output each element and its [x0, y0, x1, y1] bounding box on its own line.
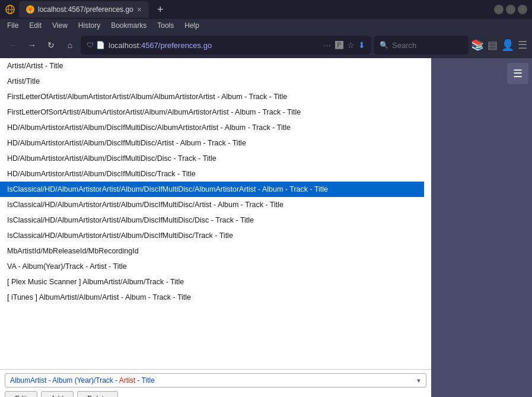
- window-controls: — □ ✕: [494, 5, 527, 14]
- menu-help[interactable]: Help: [180, 20, 204, 31]
- tab-favicon: 🦊: [26, 5, 34, 14]
- dropdown-row: AlbumArtist - Album (Year)/Track - Artis…: [5, 373, 426, 388]
- address-bar[interactable]: 🛡 📄 localhost:4567/preferences.go ··· 🅿 …: [81, 36, 371, 55]
- new-tab-button[interactable]: +: [152, 4, 168, 16]
- browser-icon: [5, 4, 15, 15]
- preferences-panel: Artist/Artist - TitleArtist/TitleFirstLe…: [0, 58, 431, 397]
- nav-bar: ← → ↻ ⌂ 🛡 📄 localhost:4567/preferences.g…: [0, 32, 532, 58]
- download-icon[interactable]: ⬇: [358, 40, 365, 50]
- reload-button[interactable]: ↻: [43, 37, 59, 53]
- list-item[interactable]: HD/AlbumArtistorArtist/Album/DiscIfMulti…: [0, 151, 424, 166]
- menu-bar: File Edit View History Bookmarks Tools H…: [0, 19, 532, 32]
- list-item[interactable]: FirstLetterOfSortArtist/AlbumArtistorArt…: [0, 104, 424, 120]
- more-button[interactable]: ···: [323, 40, 332, 50]
- dropdown-wrapper: AlbumArtist - Album (Year)/Track - Artis…: [5, 373, 426, 388]
- list-item[interactable]: IsClassical/HD/AlbumArtistorArtist/Album…: [0, 182, 424, 197]
- search-bar[interactable]: 🔍: [374, 36, 469, 55]
- main-content: Artist/Artist - TitleArtist/TitleFirstLe…: [0, 58, 532, 397]
- add-button[interactable]: Add: [41, 391, 74, 397]
- forward-button[interactable]: →: [24, 37, 40, 53]
- hamburger-button[interactable]: ☰: [507, 63, 528, 84]
- list-item[interactable]: HD/AlbumArtistorArtist/Album/DiscIfMulti…: [0, 166, 424, 182]
- tab-close-button[interactable]: ×: [137, 5, 142, 14]
- maximize-button[interactable]: □: [506, 5, 515, 14]
- tab-title: localhost:4567/preferences.go: [38, 5, 133, 14]
- pocket-icon[interactable]: 🅿: [335, 40, 343, 50]
- home-button[interactable]: ⌂: [62, 37, 78, 53]
- page-icon: 📄: [96, 41, 105, 49]
- menu-edit[interactable]: Edit: [24, 20, 46, 31]
- pattern-dropdown[interactable]: AlbumArtist - Album (Year)/Track - Artis…: [5, 373, 426, 388]
- list-item[interactable]: [ Plex Music Scanner ] AlbumArtist/Album…: [0, 274, 424, 290]
- menu-history[interactable]: History: [74, 20, 105, 31]
- minimize-button[interactable]: —: [494, 5, 504, 14]
- right-panel: ☰: [431, 58, 532, 397]
- menu-icon[interactable]: ☰: [518, 39, 527, 52]
- list-item[interactable]: HD/AlbumArtistorArtist/Album/DiscIfMulti…: [0, 120, 424, 135]
- menu-file[interactable]: File: [2, 20, 23, 31]
- bookmark-icon[interactable]: ☆: [347, 40, 355, 50]
- nav-right-icons: 📚 ▤ 👤 ☰: [471, 39, 527, 52]
- library-icon[interactable]: 📚: [471, 39, 484, 52]
- button-row: Edit Add Delete: [5, 391, 426, 397]
- list-item[interactable]: Artist/Title: [0, 74, 424, 89]
- list-item[interactable]: HD/AlbumArtistorArtist/Album/DiscIfMulti…: [0, 135, 424, 151]
- back-button[interactable]: ←: [5, 37, 21, 53]
- menu-tools[interactable]: Tools: [152, 20, 179, 31]
- list-item[interactable]: FirstLetterOfArtist/AlbumArtistorArtist/…: [0, 89, 424, 104]
- file-pattern-list: Artist/Artist - TitleArtist/TitleFirstLe…: [0, 58, 424, 305]
- shield-icon: 🛡: [87, 41, 94, 49]
- title-bar: 🦊 localhost:4567/preferences.go × + — □ …: [0, 0, 532, 19]
- list-item[interactable]: IsClassical/HD/AlbumArtistorArtist/Album…: [0, 212, 424, 228]
- close-button[interactable]: ✕: [518, 5, 527, 14]
- list-item[interactable]: [ iTunes ] AlbumArtist/Album/Artist - Al…: [0, 290, 424, 305]
- list-item[interactable]: VA - Album(Year)/Track - Artist - Title: [0, 259, 424, 274]
- list-item[interactable]: IsClassical/HD/AlbumArtistorArtist/Album…: [0, 197, 424, 212]
- search-input[interactable]: [392, 41, 451, 50]
- search-icon: 🔍: [380, 41, 388, 49]
- sidebar-icon[interactable]: ▤: [488, 39, 498, 52]
- menu-bookmarks[interactable]: Bookmarks: [106, 20, 151, 31]
- edit-button[interactable]: Edit: [5, 391, 37, 397]
- list-item[interactable]: Artist/Artist - Title: [0, 58, 424, 74]
- menu-view[interactable]: View: [47, 20, 72, 31]
- list-item[interactable]: MbArtistId/MbReleaseId/MbRecordingId: [0, 243, 424, 259]
- bottom-area: AlbumArtist - Album (Year)/Track - Artis…: [0, 369, 431, 397]
- address-bar-icons: 🛡 📄: [87, 41, 105, 49]
- account-icon[interactable]: 👤: [501, 39, 514, 52]
- scroll-container[interactable]: Artist/Artist - TitleArtist/TitleFirstLe…: [0, 58, 431, 369]
- delete-button[interactable]: Delete: [77, 391, 118, 397]
- browser-tab[interactable]: 🦊 localhost:4567/preferences.go ×: [19, 1, 149, 18]
- address-text: localhost:4567/preferences.go: [109, 41, 319, 50]
- list-item[interactable]: IsClassical/HD/AlbumArtistorArtist/Album…: [0, 228, 424, 243]
- list-area: Artist/Artist - TitleArtist/TitleFirstLe…: [0, 58, 431, 369]
